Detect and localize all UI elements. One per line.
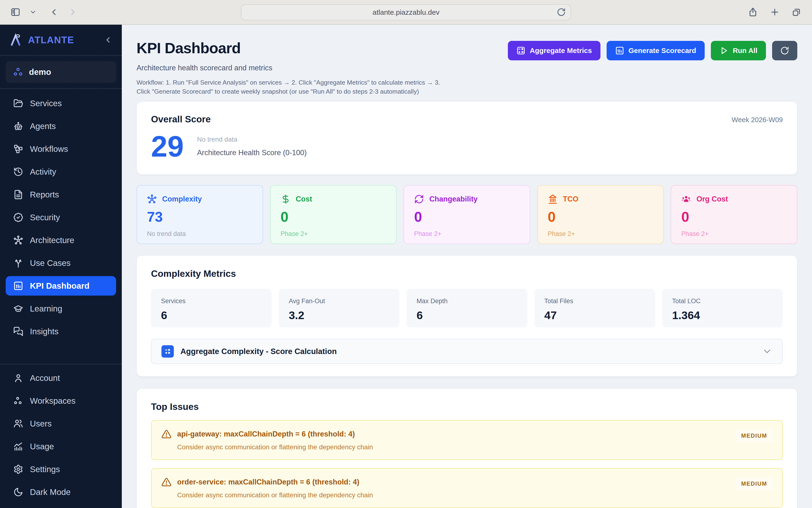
complexity-metrics-card: Complexity Metrics Services 6 Avg Fan-Ou…	[137, 255, 797, 377]
sidebar-item-workspaces[interactable]: Workspaces	[6, 391, 116, 411]
org-users-icon	[681, 194, 691, 204]
sidebar-item-account[interactable]: Account	[6, 368, 116, 388]
kpi-value: 0	[681, 210, 787, 224]
users-icon	[13, 419, 23, 429]
stat-total-loc: Total LOC 1.364	[662, 289, 783, 328]
url-text: atlante.piazzablu.dev	[373, 8, 439, 16]
bar-chart-square-icon	[13, 281, 23, 291]
button-label: Aggregate Metrics	[530, 47, 592, 55]
atlante-logo	[9, 33, 23, 47]
sidebar-footer-nav: Account Workspaces Users Usage Settings …	[0, 365, 122, 508]
issue-title: order-service: maxCallChainDepth = 6 (th…	[177, 478, 359, 486]
messages-icon	[13, 327, 23, 336]
brand: ATLANTE	[0, 25, 122, 55]
play-icon	[719, 46, 728, 55]
refresh-button[interactable]	[772, 41, 797, 60]
sidebar-item-label: Agents	[30, 121, 56, 131]
file-text-icon	[13, 189, 23, 200]
kpi-value: 73	[147, 210, 253, 224]
usage-chart-icon	[13, 441, 23, 452]
kpi-card-org-cost[interactable]: Org Cost 0 Phase 2+	[671, 185, 797, 244]
bar-chart-square-icon	[615, 46, 624, 55]
new-tab-icon[interactable]	[770, 7, 780, 17]
score-caption: Architecture Health Score (0-100)	[197, 149, 307, 157]
stat-value: 6	[161, 309, 261, 322]
kpi-card-complexity[interactable]: Complexity 73 No trend data	[137, 185, 263, 244]
issue-api-gateway[interactable]: api-gateway: maxCallChainDepth = 6 (thre…	[151, 420, 783, 460]
refresh-icon	[780, 46, 789, 55]
brand-name: ATLANTE	[28, 35, 74, 45]
bot-icon	[13, 121, 23, 131]
sidebar-item-dark-mode[interactable]: Dark Mode	[6, 482, 116, 502]
sidebar-item-label: KPI Dashboard	[30, 281, 90, 291]
calculator-icon	[516, 46, 525, 55]
button-label: Generate Scorecard	[628, 47, 696, 55]
sidebar-item-workflows[interactable]: Workflows	[6, 139, 116, 159]
sidebar-item-settings[interactable]: Settings	[6, 460, 116, 479]
sidebar-item-activity[interactable]: Activity	[6, 162, 116, 181]
sidebar-item-agents[interactable]: Agents	[6, 117, 116, 136]
complexity-metrics-title: Complexity Metrics	[151, 268, 783, 279]
sidebar-item-label: Dark Mode	[30, 487, 70, 497]
sidebar-item-services[interactable]: Services	[6, 94, 116, 113]
sidebar-item-reports[interactable]: Reports	[6, 185, 116, 204]
header-actions: Aggregate Metrics Generate Scorecard Run…	[508, 41, 797, 60]
sidebar-item-label: Workflows	[30, 144, 68, 154]
back-icon[interactable]	[49, 7, 59, 17]
chevron-down-icon	[762, 346, 772, 357]
history-icon	[13, 167, 23, 177]
stat-value: 1.364	[672, 309, 773, 322]
sidebar-item-usage[interactable]: Usage	[6, 437, 116, 456]
workflow-note: Workflow: 1. Run "Full Service Analysis"…	[137, 78, 452, 96]
top-issues-title: Top Issues	[151, 401, 783, 412]
sidebar-spacer	[0, 344, 122, 364]
chevron-down-icon[interactable]	[30, 8, 37, 16]
complexity-stats-row: Services 6 Avg Fan-Out 3.2 Max Depth 6 T…	[151, 289, 783, 328]
sidebar-item-label: Usage	[30, 442, 54, 451]
kpi-card-changeability[interactable]: Changeability 0 Phase 2+	[403, 185, 530, 244]
moon-icon	[13, 487, 23, 497]
kpi-label: Complexity	[162, 195, 202, 203]
dollar-icon	[281, 194, 291, 204]
sidebar-item-label: Account	[30, 373, 60, 383]
sidebar-item-insights[interactable]: Insights	[6, 322, 116, 341]
sidebar-item-use-cases[interactable]: Use Cases	[6, 253, 116, 273]
badge-check-icon	[13, 212, 23, 222]
reload-icon[interactable]	[557, 8, 566, 17]
workflow-icon	[13, 144, 23, 154]
kpi-footnote: No trend data	[147, 230, 253, 238]
kpi-label: Org Cost	[697, 195, 728, 203]
forward-icon[interactable]	[68, 7, 78, 17]
sidebar-collapse-button[interactable]	[104, 36, 112, 44]
sidebar-item-users[interactable]: Users	[6, 414, 116, 433]
sidebar-toggle-icon[interactable]	[10, 7, 20, 17]
run-all-button[interactable]: Run All	[711, 41, 766, 60]
week-label: Week 2026-W09	[732, 116, 783, 124]
sidebar-item-label: Users	[30, 419, 51, 428]
sidebar: ATLANTE demo Services Agents Workflows	[0, 25, 122, 508]
aggregate-metrics-button[interactable]: Aggregate Metrics	[508, 41, 601, 60]
issue-order-service[interactable]: order-service: maxCallChainDepth = 6 (th…	[151, 468, 783, 508]
workspace-circles-icon	[13, 67, 23, 77]
share-icon[interactable]	[748, 7, 758, 17]
sidebar-item-kpi-dashboard[interactable]: KPI Dashboard	[6, 276, 116, 296]
workspace-selector[interactable]: demo	[6, 61, 116, 83]
kpi-card-tco[interactable]: TCO 0 Phase 2+	[537, 185, 664, 244]
stat-label: Total Files	[544, 297, 645, 305]
tabs-overview-icon[interactable]	[792, 7, 802, 17]
sidebar-item-learning[interactable]: Learning	[6, 299, 116, 319]
graduation-cap-icon	[13, 304, 23, 314]
sidebar-item-security[interactable]: Security	[6, 208, 116, 227]
sidebar-item-label: Workspaces	[30, 396, 76, 406]
split-arrows-icon	[13, 258, 23, 268]
browser-left-controls	[10, 7, 78, 17]
divider	[0, 55, 122, 56]
url-bar[interactable]: atlante.piazzablu.dev	[241, 4, 571, 20]
generate-scorecard-button[interactable]: Generate Scorecard	[607, 41, 705, 60]
aggregate-complexity-expander[interactable]: Aggregate Complexity - Score Calculation	[151, 339, 783, 364]
kpi-card-cost[interactable]: Cost 0 Phase 2+	[270, 185, 397, 244]
stat-avg-fan-out: Avg Fan-Out 3.2	[279, 289, 399, 328]
sidebar-nav: Services Agents Workflows Activity Repor…	[0, 89, 122, 344]
sidebar-item-architecture[interactable]: Architecture	[6, 230, 116, 250]
stat-max-depth: Max Depth 6	[407, 289, 527, 328]
